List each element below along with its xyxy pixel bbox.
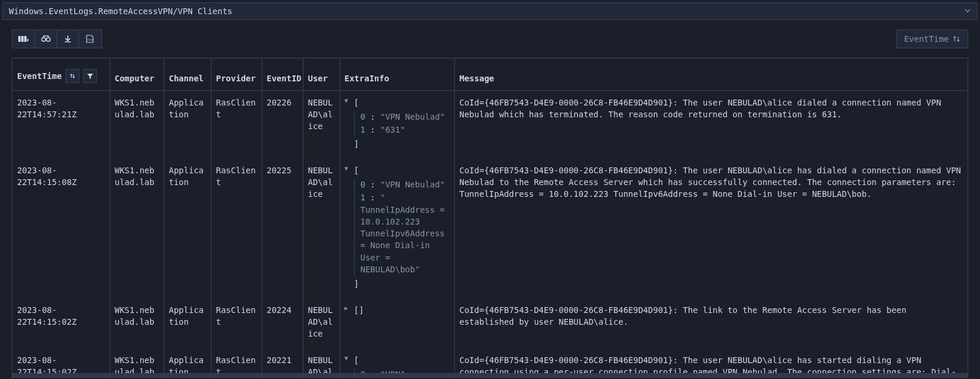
col-header-extrainfo[interactable]: ExtraInfo: [339, 58, 454, 90]
bracket-open: [: [354, 164, 450, 176]
cell-extrainfo: ▼[0 : "VPN Nebulad"1 : "631"]: [339, 90, 454, 159]
svg-rect-1: [21, 36, 24, 42]
cell-provider: RasClient: [211, 298, 262, 348]
artifact-breadcrumb: Windows.EventLogs.RemoteAccessVPN/VPN Cl…: [9, 6, 232, 16]
kv-row: 1 : " TunnelIpAddress = 10.0.102.223 Tun…: [361, 192, 450, 275]
export-csv-button[interactable]: csv: [78, 29, 102, 48]
results-table-container: EventTime: [12, 58, 968, 379]
cell-eventid: 20225: [262, 159, 303, 298]
caret-down-icon[interactable]: ▼: [345, 164, 351, 290]
download-button[interactable]: [57, 29, 79, 48]
bracket-open: [: [354, 354, 450, 366]
caret-down-icon[interactable]: ▼: [345, 97, 351, 150]
extrainfo-body: [0 : "VPN Nebulad"1 : "631"]: [354, 97, 450, 150]
kv-colon: :: [365, 112, 380, 121]
search-button[interactable]: [35, 29, 57, 48]
sort-both-icon: [952, 35, 961, 42]
artifact-selector[interactable]: Windows.EventLogs.RemoteAccessVPN/VPN Cl…: [2, 2, 978, 20]
cell-computer: WKS1.nebulad.lab: [110, 159, 164, 298]
kv-key: 1: [361, 125, 365, 134]
toolbar: csv EventTime: [12, 29, 968, 48]
bracket-open: [: [354, 97, 450, 108]
results-table: EventTime: [12, 58, 968, 379]
table-row: 2023-08-22T14:15:02ZWKS1.nebulad.labAppl…: [12, 298, 968, 348]
cell-channel: Application: [164, 90, 211, 159]
extrainfo-body: [0 : "VPN Nebulad"1 : " TunnelIpAddress …: [354, 164, 450, 290]
table-row: 2023-08-22T14:15:08ZWKS1.nebulad.labAppl…: [12, 159, 968, 298]
svg-point-3: [42, 38, 45, 41]
columns-icon: [18, 35, 29, 43]
sort-both-icon: [69, 72, 76, 80]
cell-message: CoId={46FB7543-D4E9-0000-26C8-FB46E9D4D9…: [454, 298, 968, 348]
cell-user: NEBULAD\alice: [303, 298, 339, 348]
cell-message: CoId={46FB7543-D4E9-0000-26C8-FB46E9D4D9…: [454, 90, 968, 159]
cell-provider: RasClient: [211, 159, 262, 298]
columns-button[interactable]: [12, 29, 35, 48]
col-header-eventid[interactable]: EventID: [262, 58, 303, 90]
col-filter-button[interactable]: [83, 69, 97, 83]
kv-value: " TunnelIpAddress = 10.0.102.223 TunnelI…: [361, 193, 445, 274]
kv-list: 0 : "VPN Nebulad"1 : "631": [354, 111, 450, 136]
cell-user: NEBULAD\alice: [303, 90, 339, 159]
kv-colon: :: [365, 193, 380, 202]
toolbar-left-group: csv: [12, 29, 102, 48]
kv-value: "VPN Nebulad": [380, 112, 445, 121]
kv-row: 0 : "VPN Nebulad": [361, 111, 450, 123]
cell-computer: WKS1.nebulad.lab: [110, 298, 164, 348]
cell-time: 2023-08-22T14:15:02Z: [12, 298, 110, 348]
col-label: Message: [460, 74, 494, 83]
col-sort-button[interactable]: [65, 69, 80, 83]
download-icon: [64, 35, 72, 43]
kv-key: 0: [361, 112, 365, 121]
extrainfo-body: []: [354, 304, 450, 316]
kv-key: 1: [361, 193, 365, 202]
cell-provider: RasClient: [211, 90, 262, 159]
kv-row: 1 : "631": [361, 124, 450, 136]
csv-icon: csv: [85, 35, 95, 43]
bracket-close: ]: [354, 278, 450, 289]
brackets-empty: []: [354, 305, 364, 315]
binoculars-icon: [41, 35, 51, 43]
kv-key: 0: [361, 180, 365, 189]
col-header-user[interactable]: User: [303, 58, 339, 90]
cell-message: CoId={46FB7543-D4E9-0000-26C8-FB46E9D4D9…: [454, 159, 968, 298]
col-header-eventtime[interactable]: EventTime: [12, 58, 110, 90]
kv-value: "631": [380, 125, 405, 134]
cell-time: 2023-08-22T14:57:21Z: [12, 90, 110, 159]
svg-rect-0: [18, 36, 21, 42]
cell-extrainfo: ▶[]: [339, 298, 454, 348]
horizontal-scrollbar[interactable]: [12, 373, 968, 378]
col-header-channel[interactable]: Channel: [164, 58, 211, 90]
chevron-down-icon: [964, 6, 971, 16]
kv-value: "VPN Nebulad": [380, 180, 445, 189]
svg-point-4: [47, 38, 50, 41]
bracket-close: ]: [354, 138, 450, 150]
col-label: Computer: [115, 74, 154, 83]
col-label: Channel: [169, 74, 204, 83]
svg-text:csv: csv: [87, 38, 93, 41]
cell-channel: Application: [164, 159, 211, 298]
col-label: EventID: [267, 74, 302, 83]
cell-eventid: 20224: [262, 298, 303, 348]
kv-row: 0 : "VPN Nebulad": [361, 179, 450, 190]
col-header-computer[interactable]: Computer: [110, 58, 164, 90]
filter-icon: [87, 72, 94, 80]
sort-button-label: EventTime: [904, 34, 949, 44]
cell-computer: WKS1.nebulad.lab: [110, 90, 164, 159]
col-label: ExtraInfo: [345, 74, 390, 83]
caret-right-icon[interactable]: ▶: [345, 304, 351, 316]
kv-colon: :: [365, 125, 380, 134]
cell-channel: Application: [164, 298, 211, 348]
cell-extrainfo: ▼[0 : "VPN Nebulad"1 : " TunnelIpAddress…: [339, 159, 454, 298]
sort-eventtime-button[interactable]: EventTime: [896, 29, 968, 48]
svg-rect-2: [24, 36, 27, 42]
col-label: Provider: [216, 74, 256, 83]
col-header-message[interactable]: Message: [454, 58, 968, 90]
cell-user: NEBULAD\alice: [303, 159, 339, 298]
kv-colon: :: [365, 180, 380, 189]
scrollbar-thumb[interactable]: [12, 374, 968, 377]
kv-list: 0 : "VPN Nebulad"1 : " TunnelIpAddress =…: [354, 179, 450, 275]
col-header-provider[interactable]: Provider: [211, 58, 262, 90]
table-row: 2023-08-22T14:57:21ZWKS1.nebulad.labAppl…: [12, 90, 968, 159]
cell-eventid: 20226: [262, 90, 303, 159]
